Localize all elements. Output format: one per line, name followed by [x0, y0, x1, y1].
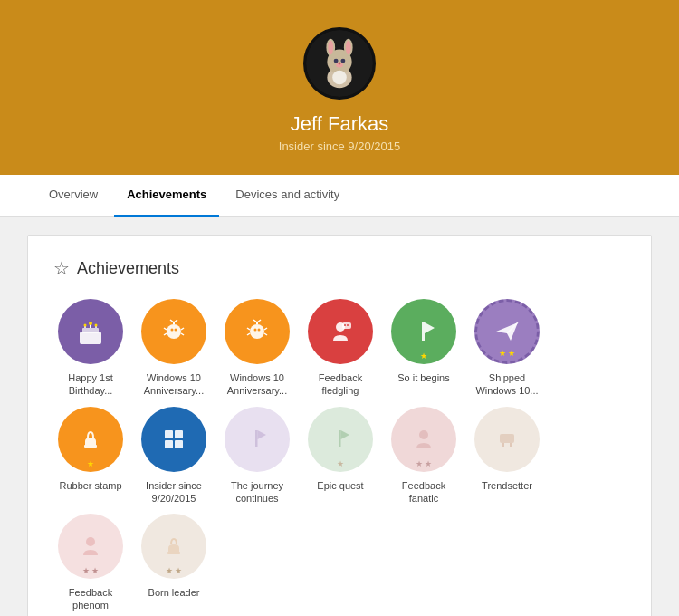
achievement-feedback-fanatic: ★ ★ Feedback fanatic — [387, 407, 461, 505]
achievement-win10-2: Windows 10 Anniversary... — [220, 299, 294, 398]
badge-label-feedback-fanatic: Feedback fanatic — [387, 479, 461, 505]
svg-point-10 — [339, 63, 341, 65]
svg-rect-48 — [84, 445, 97, 448]
achievements-card: ☆ Achievements H — [27, 235, 652, 616]
badge-label-so-it-begins: So it begins — [397, 371, 449, 384]
achievement-journey: The journey continues — [220, 407, 294, 505]
badge-born-leader: ★ ★ — [141, 514, 206, 579]
svg-marker-54 — [258, 430, 267, 439]
badge-trendsetter — [474, 407, 540, 472]
svg-point-43 — [347, 324, 349, 326]
badge-epic-quest: ★ — [308, 407, 373, 472]
svg-line-34 — [247, 328, 250, 330]
svg-marker-45 — [425, 322, 435, 333]
profile-header: Jeff Farkas Insider since 9/20/2015 — [0, 0, 679, 175]
badge-label-epic-quest: Epic quest — [317, 479, 363, 492]
badge-feedback-phenom: ★ ★ — [58, 514, 123, 579]
svg-line-24 — [164, 328, 167, 330]
badge-label-happy-birthday: Happy 1st Birthday... — [53, 371, 128, 398]
svg-point-5 — [328, 41, 333, 55]
main-content: ☆ Achievements H — [0, 217, 679, 616]
achievement-insider-since: Insider since 9/20/2015 — [137, 407, 211, 505]
svg-rect-53 — [255, 430, 258, 447]
badge-insider-since — [141, 407, 206, 472]
achievement-feedback-fledgling: Feedback fledgling — [303, 299, 378, 398]
user-name: Jeff Farkas — [291, 112, 388, 136]
svg-rect-50 — [175, 430, 183, 438]
svg-point-30 — [250, 324, 264, 339]
svg-line-26 — [164, 333, 167, 335]
badge-label-feedback-fledgling: Feedback fledgling — [303, 371, 378, 398]
avatar — [303, 27, 376, 100]
badge-label-shipped-windows: Shipped Windows 10... — [470, 371, 544, 398]
svg-line-27 — [181, 333, 184, 335]
svg-point-8 — [340, 59, 345, 63]
svg-point-6 — [346, 41, 351, 55]
badge-feedback-fanatic: ★ ★ — [391, 407, 456, 472]
achievement-epic-quest: ★ Epic quest — [303, 407, 378, 505]
badge-shipped-windows: ★ ★ — [474, 299, 540, 364]
achievement-feedback-phenom: ★ ★ Feedback phenom — [53, 514, 128, 612]
svg-line-25 — [181, 328, 184, 330]
svg-rect-41 — [342, 322, 351, 329]
badge-label-insider-since: Insider since 9/20/2015 — [137, 479, 211, 505]
svg-point-29 — [175, 329, 177, 332]
achievements-heading: ☆ Achievements — [53, 257, 626, 279]
nav-achievements[interactable]: Achievements — [114, 175, 219, 217]
nav-overview[interactable]: Overview — [36, 175, 110, 217]
badge-label-win10-2: Windows 10 Anniversary... — [220, 371, 294, 398]
achievement-trendsetter: Trendsetter — [470, 407, 544, 505]
svg-point-7 — [334, 59, 339, 63]
svg-rect-58 — [500, 434, 514, 443]
svg-rect-12 — [80, 332, 101, 344]
badge-win10-2 — [225, 299, 290, 364]
badge-label-feedback-phenom: Feedback phenom — [53, 586, 128, 612]
svg-point-42 — [344, 324, 346, 326]
nav-devices[interactable]: Devices and activity — [223, 175, 352, 217]
svg-point-15 — [89, 322, 92, 325]
badge-feedback-fledgling — [308, 299, 373, 364]
badge-journey — [225, 407, 290, 472]
badge-rubber-stamp: ★ — [58, 407, 123, 472]
svg-rect-49 — [165, 430, 173, 438]
svg-point-59 — [86, 537, 95, 546]
svg-point-28 — [171, 329, 174, 332]
achievement-so-it-begins: ★ So it begins — [387, 299, 461, 398]
badge-label-rubber-stamp: Rubber stamp — [59, 479, 121, 492]
svg-rect-52 — [175, 440, 183, 448]
svg-point-57 — [419, 430, 428, 439]
badge-label-born-leader: Born leader — [148, 586, 200, 599]
svg-line-37 — [264, 333, 267, 335]
badge-win10-1 — [141, 299, 206, 364]
svg-rect-44 — [422, 322, 425, 341]
svg-line-23 — [174, 320, 177, 322]
svg-rect-51 — [165, 440, 173, 448]
star-icon: ☆ — [53, 257, 70, 279]
badge-happy-birthday — [58, 299, 123, 364]
svg-rect-60 — [167, 552, 180, 554]
svg-line-22 — [170, 320, 174, 322]
badge-label-journey: The journey continues — [220, 479, 294, 505]
badge-label-win10-1: Windows 10 Anniversary... — [137, 371, 211, 398]
svg-point-11 — [332, 71, 347, 85]
achievement-born-leader: ★ ★ Born leader — [137, 514, 211, 612]
achievement-shipped-windows: ★ ★ Shipped Windows 10... — [470, 299, 544, 398]
svg-marker-56 — [341, 430, 350, 439]
svg-line-35 — [264, 328, 267, 330]
achievement-win10-1: Windows 10 Anniversary... — [137, 299, 211, 398]
svg-point-39 — [258, 329, 261, 332]
svg-point-17 — [84, 324, 87, 327]
achievement-rubber-stamp: ★ Rubber stamp — [53, 407, 128, 505]
badge-so-it-begins: ★ — [391, 299, 456, 364]
svg-point-19 — [95, 324, 98, 327]
svg-point-20 — [167, 324, 181, 339]
achievement-happy-birthday: Happy 1st Birthday... — [53, 299, 128, 398]
user-since: Insider since 9/20/2015 — [279, 140, 400, 153]
svg-point-38 — [254, 329, 257, 332]
svg-rect-13 — [82, 328, 99, 333]
badge-label-trendsetter: Trendsetter — [482, 479, 532, 492]
svg-line-36 — [247, 333, 250, 335]
navigation: Overview Achievements Devices and activi… — [0, 175, 679, 217]
svg-rect-55 — [339, 430, 341, 447]
svg-line-33 — [257, 320, 261, 322]
